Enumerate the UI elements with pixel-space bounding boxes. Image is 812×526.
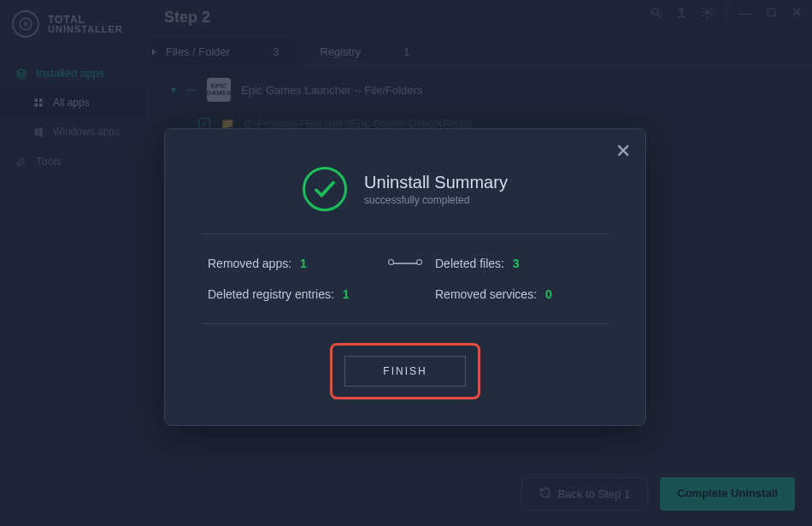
back-button-label: Back to Step 1 <box>558 488 631 500</box>
uninstall-summary-modal: ✕ Uninstall Summary successfully complet… <box>164 128 646 426</box>
tab-label: Files / Folder <box>166 45 230 58</box>
tab-registry[interactable]: Registry 1 <box>299 37 430 67</box>
brand-line1: TOTAL <box>48 15 123 25</box>
tabs: Files / Folder 3 Registry 1 <box>145 37 812 68</box>
finish-button[interactable]: FINISH <box>344 356 465 387</box>
stat-deleted-files: Deleted files: 3 <box>435 257 603 270</box>
layers-icon <box>15 68 27 80</box>
tab-files-folder[interactable]: Files / Folder 3 <box>145 37 299 67</box>
complete-button-label: Complete Uninstall <box>677 487 778 499</box>
brand-line2: UNINSTALLER <box>48 25 123 34</box>
complete-uninstall-button[interactable]: Complete Uninstall <box>660 477 795 511</box>
stat-removed-services: Removed services: 0 <box>435 287 603 301</box>
stat-label: Deleted registry entries: <box>208 287 334 301</box>
grid-icon <box>32 97 44 109</box>
tab-count: 1 <box>403 45 409 58</box>
step-title: Step 2 <box>145 0 812 37</box>
sidebar: TOTAL UNINSTALLER Installed apps All app… <box>0 0 145 526</box>
app-group-title: Epic Games Launcher -- File/Folders <box>241 84 422 97</box>
sidebar-item-installed-apps[interactable]: Installed apps <box>0 58 145 88</box>
minus-icon: — <box>186 84 197 96</box>
sidebar-label: All apps <box>53 97 90 109</box>
footer-actions: Back to Step 1 Complete Uninstall <box>521 477 795 511</box>
svg-rect-4 <box>39 103 43 107</box>
stat-removed-apps: Removed apps: 1 <box>208 257 375 270</box>
stat-label: Removed services: <box>435 287 537 301</box>
sidebar-label: Windows apps <box>53 126 120 138</box>
tab-label: Registry <box>320 45 361 58</box>
modal-actions: FINISH <box>191 324 620 399</box>
svg-rect-1 <box>35 99 38 103</box>
stat-value: 3 <box>513 257 520 270</box>
app-group-row[interactable]: ▾ — EPIC GAMES Epic Games Launcher -- Fi… <box>145 68 812 112</box>
chevron-down-icon: ▾ <box>171 84 176 96</box>
stat-value: 1 <box>343 287 350 301</box>
sidebar-item-windows-apps[interactable]: Windows apps <box>0 117 145 146</box>
tab-count: 3 <box>273 45 279 58</box>
wrench-icon <box>15 156 27 168</box>
brand-text: TOTAL UNINSTALLER <box>48 15 123 34</box>
windows-icon <box>32 126 44 138</box>
modal-subtitle: successfully completed <box>364 194 508 206</box>
sidebar-item-tools[interactable]: Tools <box>0 146 145 176</box>
rewind-icon <box>539 487 551 501</box>
svg-rect-2 <box>39 99 43 103</box>
modal-close-button[interactable]: ✕ <box>613 141 633 162</box>
stat-label: Removed apps: <box>208 257 291 270</box>
modal-header: Uninstall Summary successfully completed <box>191 167 620 211</box>
sidebar-label: Installed apps <box>36 67 104 80</box>
app-icon: EPIC GAMES <box>207 78 231 102</box>
stats-grid: Removed apps: 1 Deleted files: 3 Deleted… <box>191 234 620 323</box>
success-check-icon <box>303 167 347 211</box>
brand-logo-icon <box>12 10 39 38</box>
stat-value: 1 <box>300 257 307 270</box>
slider-icon <box>387 263 423 264</box>
stat-value: 0 <box>545 287 552 301</box>
svg-rect-3 <box>35 103 38 107</box>
stat-label: Deleted files: <box>435 257 504 270</box>
sidebar-label: Tools <box>36 155 62 168</box>
modal-title: Uninstall Summary <box>364 173 508 192</box>
finish-highlight: FINISH <box>330 343 480 399</box>
brand: TOTAL UNINSTALLER <box>0 10 145 58</box>
back-button[interactable]: Back to Step 1 <box>521 477 649 511</box>
sidebar-item-all-apps[interactable]: All apps <box>0 88 145 117</box>
stat-deleted-registry: Deleted registry entries: 1 <box>208 287 375 301</box>
